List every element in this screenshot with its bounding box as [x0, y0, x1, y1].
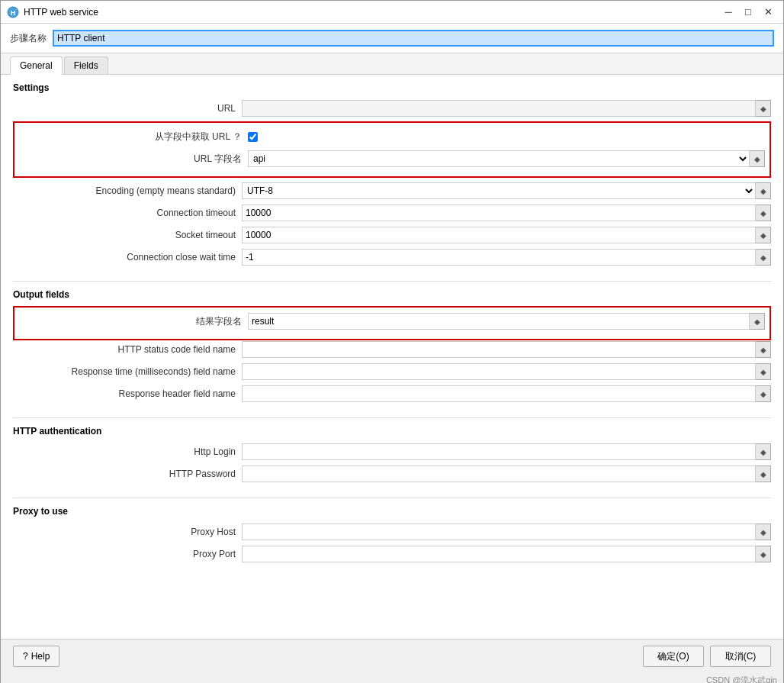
bottom-right-buttons: 确定(O) 取消(C): [643, 646, 771, 667]
response-header-row: Response header field name ◆: [13, 385, 771, 403]
proxy-port-row: Proxy Port ◆: [13, 545, 771, 563]
http-login-label: Http Login: [13, 446, 242, 457]
http-status-input[interactable]: [242, 341, 756, 358]
extract-url-checkbox-row: [248, 132, 258, 142]
socket-timeout-input[interactable]: [242, 227, 756, 243]
http-password-wrapper: ◆: [242, 466, 771, 482]
socket-timeout-diamond-btn[interactable]: ◆: [756, 227, 771, 243]
url-field-diamond-btn[interactable]: ◆: [750, 150, 765, 167]
tabs-bar: General Fields: [1, 53, 783, 75]
url-field-name-select[interactable]: api: [248, 150, 750, 167]
result-field-label: 结果字段名: [19, 315, 248, 328]
http-status-diamond-btn[interactable]: ◆: [756, 341, 771, 358]
ok-button[interactable]: 确定(O): [643, 646, 704, 667]
response-time-label: Response time (milliseconds) field name: [13, 366, 242, 377]
help-icon: ?: [23, 651, 28, 662]
proxy-section: Proxy to use Proxy Host ◆ Proxy Port ◆: [1, 498, 783, 578]
settings-title: Settings: [13, 82, 771, 93]
url-row: URL ◆: [13, 99, 771, 118]
socket-timeout-row: Socket timeout ◆: [13, 226, 771, 244]
response-time-input[interactable]: [242, 363, 756, 380]
proxy-host-row: Proxy Host ◆: [13, 523, 771, 541]
http-login-wrapper: ◆: [242, 443, 771, 460]
proxy-title: Proxy to use: [13, 506, 771, 517]
connection-timeout-wrapper: ◆: [242, 205, 771, 221]
result-field-wrapper: ◆: [248, 313, 765, 330]
url-diamond-btn[interactable]: ◆: [756, 100, 771, 117]
proxy-host-wrapper: ◆: [242, 524, 771, 540]
response-header-label: Response header field name: [13, 388, 242, 399]
connection-timeout-input[interactable]: [242, 205, 756, 221]
proxy-port-input[interactable]: [242, 546, 756, 562]
step-name-input[interactable]: [53, 30, 774, 47]
result-field-diamond-btn[interactable]: ◆: [750, 313, 765, 330]
svg-text:H: H: [11, 9, 16, 17]
encoding-wrapper: UTF-8 ◆: [242, 182, 771, 199]
proxy-host-diamond-btn[interactable]: ◆: [756, 524, 771, 540]
url-input[interactable]: [242, 100, 756, 117]
close-button[interactable]: ✕: [759, 5, 777, 20]
main-window: H HTTP web service ─ □ ✕ 步骤名称 General Fi…: [0, 0, 784, 683]
proxy-port-label: Proxy Port: [13, 549, 242, 559]
connection-close-row: Connection close wait time ◆: [13, 248, 771, 266]
settings-section: Settings URL ◆ 从字段中获取 URL ？: [1, 75, 783, 281]
url-field-name-label: URL 字段名: [19, 153, 248, 166]
app-icon: H: [7, 6, 19, 18]
spacer: [1, 578, 783, 639]
window-title: HTTP web service: [24, 7, 719, 18]
connection-close-diamond-btn[interactable]: ◆: [756, 249, 771, 266]
extract-url-box: 从字段中获取 URL ？ URL 字段名 api ◆: [13, 121, 771, 178]
cancel-button[interactable]: 取消(C): [710, 646, 771, 667]
result-field-box: 结果字段名 ◆: [13, 306, 771, 340]
url-field-name-wrapper: api ◆: [248, 150, 765, 167]
help-button[interactable]: ? Help: [13, 646, 59, 667]
connection-timeout-row: Connection timeout ◆: [13, 204, 771, 222]
proxy-port-diamond-btn[interactable]: ◆: [756, 546, 771, 562]
maximize-button[interactable]: □: [739, 5, 757, 20]
http-auth-title: HTTP authentication: [13, 426, 771, 437]
socket-timeout-label: Socket timeout: [13, 230, 242, 240]
encoding-select[interactable]: UTF-8: [242, 182, 756, 199]
step-name-row: 步骤名称: [1, 24, 783, 53]
url-field-wrapper: ◆: [242, 100, 771, 117]
http-password-row: HTTP Password ◆: [13, 465, 771, 483]
bottom-bar: ? Help 确定(O) 取消(C): [1, 639, 783, 673]
http-status-row: HTTP status code field name ◆: [13, 340, 771, 359]
encoding-diamond-btn[interactable]: ◆: [756, 182, 771, 199]
tab-fields[interactable]: Fields: [64, 56, 108, 74]
response-header-wrapper: ◆: [242, 385, 771, 402]
encoding-row: Encoding (empty means standard) UTF-8 ◆: [13, 182, 771, 200]
window-controls: ─ □ ✕: [719, 5, 777, 20]
proxy-host-label: Proxy Host: [13, 527, 242, 537]
result-field-input[interactable]: [248, 313, 750, 330]
output-fields-section: Output fields 结果字段名 ◆ HTTP status code f…: [1, 282, 783, 417]
result-field-row: 结果字段名 ◆: [19, 312, 765, 330]
tab-general[interactable]: General: [10, 56, 63, 75]
socket-timeout-wrapper: ◆: [242, 227, 771, 243]
connection-timeout-label: Connection timeout: [13, 208, 242, 218]
http-login-input[interactable]: [242, 443, 756, 460]
connection-close-input[interactable]: [242, 249, 756, 266]
response-header-diamond-btn[interactable]: ◆: [756, 385, 771, 402]
proxy-port-wrapper: ◆: [242, 546, 771, 562]
response-header-input[interactable]: [242, 385, 756, 402]
http-status-wrapper: ◆: [242, 341, 771, 358]
help-label: Help: [31, 651, 50, 662]
output-fields-title: Output fields: [13, 289, 771, 300]
content-area: Settings URL ◆ 从字段中获取 URL ？: [1, 75, 783, 639]
response-time-diamond-btn[interactable]: ◆: [756, 363, 771, 380]
http-password-diamond-btn[interactable]: ◆: [756, 466, 771, 482]
extract-url-checkbox[interactable]: [248, 132, 258, 142]
step-name-label: 步骤名称: [10, 32, 47, 45]
minimize-button[interactable]: ─: [719, 5, 737, 20]
http-password-input[interactable]: [242, 466, 756, 482]
response-time-wrapper: ◆: [242, 363, 771, 380]
url-field-name-row: URL 字段名 api ◆: [19, 150, 765, 168]
http-login-row: Http Login ◆: [13, 443, 771, 461]
title-bar: H HTTP web service ─ □ ✕: [1, 1, 783, 24]
http-login-diamond-btn[interactable]: ◆: [756, 443, 771, 460]
encoding-label: Encoding (empty means standard): [13, 185, 242, 196]
proxy-host-input[interactable]: [242, 524, 756, 540]
extract-url-row: 从字段中获取 URL ？: [19, 127, 765, 146]
connection-timeout-diamond-btn[interactable]: ◆: [756, 205, 771, 221]
